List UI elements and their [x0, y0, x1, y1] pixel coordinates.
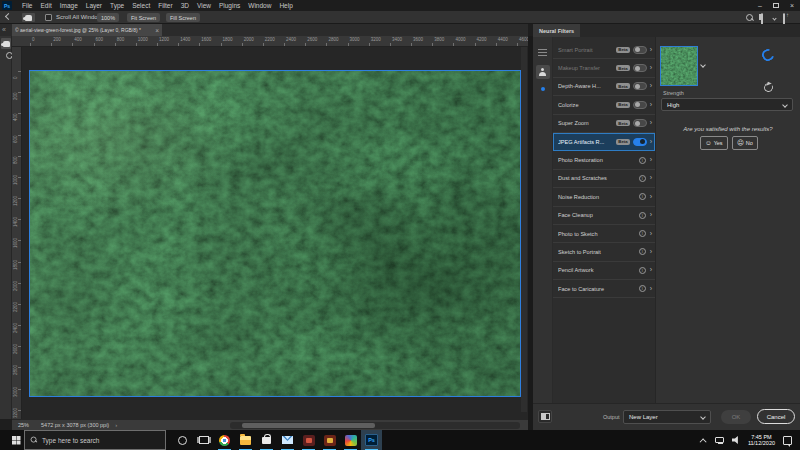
thumbnail-chevron-icon[interactable]: [700, 62, 706, 68]
horizontal-scrollbar-thumb[interactable]: [242, 423, 375, 428]
filter-row-depth-aware-h[interactable]: Depth-Aware H...Beta›: [553, 78, 655, 96]
action-center-icon[interactable]: [783, 436, 792, 445]
search-placeholder: Type here to search: [42, 437, 99, 444]
taskbar-chrome-icon[interactable]: [214, 430, 235, 450]
restore-button[interactable]: [768, 0, 784, 11]
beta-badge: Beta: [616, 102, 629, 108]
chrome-glyph: [219, 435, 230, 446]
taskbar-app-red-2-icon[interactable]: [319, 430, 340, 450]
filter-label: Photo Restoration: [558, 157, 639, 163]
minimize-button[interactable]: –: [752, 0, 768, 11]
filter-row-face-to-caricature[interactable]: Face to Caricature›: [553, 280, 655, 298]
menu-3d[interactable]: 3D: [177, 0, 193, 11]
hand-tool-button[interactable]: [1, 38, 11, 49]
filter-row-face-cleanup[interactable]: Face Cleanup›: [553, 207, 655, 225]
strength-label: Strength: [663, 90, 684, 96]
info-icon[interactable]: [639, 267, 646, 274]
menu-layer[interactable]: Layer: [82, 0, 106, 11]
filter-row-super-zoom[interactable]: Super ZoomBeta›: [553, 115, 655, 133]
menu-image[interactable]: Image: [56, 0, 82, 11]
reset-preview-icon[interactable]: [763, 82, 775, 94]
info-icon[interactable]: [639, 230, 646, 237]
collapse-tools-icon[interactable]: «: [2, 26, 6, 34]
menu-type[interactable]: Type: [106, 0, 128, 11]
clock[interactable]: 7:45 PM 11/12/2020: [748, 434, 775, 447]
menu-help[interactable]: Help: [275, 0, 296, 11]
taskbar-task-view-icon[interactable]: [193, 430, 214, 450]
taskbar-app-red-1-icon[interactable]: [298, 430, 319, 450]
close-button[interactable]: ×: [784, 0, 800, 11]
menu-edit[interactable]: Edit: [36, 0, 55, 11]
filter-row-sketch-to-portrait[interactable]: Sketch to Portrait›: [553, 243, 655, 261]
menu-file[interactable]: File: [18, 0, 36, 11]
sad-face-icon: ☹: [737, 140, 744, 146]
menu-select[interactable]: Select: [128, 0, 154, 11]
network-icon[interactable]: [715, 437, 724, 443]
filter-row-dust-and-scratches[interactable]: Dust and Scratches›: [553, 170, 655, 188]
vertical-scrollbar[interactable]: [521, 47, 527, 412]
taskbar-store-icon[interactable]: [256, 430, 277, 450]
cancel-button[interactable]: Cancel: [757, 409, 795, 424]
ok-button[interactable]: OK: [721, 410, 751, 424]
photoshop-glyph: Ps: [365, 434, 378, 446]
document-tab[interactable]: © aerial-view-green-forest.jpg @ 25% (La…: [12, 24, 162, 36]
menu-window[interactable]: Window: [244, 0, 275, 11]
zoom-100-button[interactable]: 100%: [97, 13, 119, 22]
app-red-2-glyph: [324, 435, 336, 446]
filter-row-colorize[interactable]: ColorizeBeta›: [553, 96, 655, 114]
panel-title-tab[interactable]: Neural Filters: [533, 24, 580, 37]
info-icon[interactable]: [639, 248, 646, 255]
filter-row-photo-to-sketch[interactable]: Photo to Sketch›: [553, 225, 655, 243]
menu-plugins[interactable]: Plugins: [215, 0, 244, 11]
strength-dropdown[interactable]: High: [661, 98, 793, 111]
fill-screen-button[interactable]: Fill Screen: [166, 13, 200, 22]
filter-row-pencil-artwork[interactable]: Pencil Artwork›: [553, 262, 655, 280]
volume-icon[interactable]: [732, 436, 740, 444]
start-button[interactable]: [0, 430, 24, 450]
taskbar-file-explorer-icon[interactable]: [235, 430, 256, 450]
fit-screen-button[interactable]: Fit Screen: [127, 13, 160, 22]
info-icon[interactable]: [639, 157, 646, 164]
filter-row-smart-portrait[interactable]: Smart PortraitBeta›: [553, 41, 655, 59]
chevron-right-icon: ›: [650, 83, 652, 89]
hand-tool-preset[interactable]: [22, 13, 35, 22]
taskbar-photos-icon[interactable]: [340, 430, 361, 450]
menu-view[interactable]: View: [193, 0, 215, 11]
tray-time: 7:45 PM: [751, 434, 771, 440]
filter-row-makeup-transfer[interactable]: Makeup TransferBeta›: [553, 59, 655, 77]
menu-filter[interactable]: Filter: [154, 0, 176, 11]
tab-close-icon[interactable]: ×: [155, 27, 159, 34]
tray-chevron-up-icon[interactable]: [699, 438, 706, 445]
taskbar-photoshop-icon[interactable]: Ps: [361, 430, 382, 450]
status-zoom-level[interactable]: 25%: [18, 422, 29, 428]
filter-toggle[interactable]: [633, 82, 647, 90]
info-icon[interactable]: [639, 175, 646, 182]
info-icon[interactable]: [639, 193, 646, 200]
filter-toggle[interactable]: [633, 101, 647, 109]
system-tray: 7:45 PM 11/12/2020: [702, 430, 800, 450]
horizontal-scrollbar[interactable]: [230, 422, 520, 429]
output-dropdown[interactable]: New Layer: [623, 410, 711, 424]
info-icon[interactable]: [639, 212, 646, 219]
filter-row-jpeg-artifacts-r[interactable]: JPEG Artifacts R...Beta›: [553, 133, 655, 151]
filter-toggle[interactable]: [633, 119, 647, 127]
portrait-filters-icon[interactable]: [536, 65, 550, 79]
preview-thumbnail[interactable]: [661, 47, 697, 85]
portrait-bust-icon: [540, 68, 545, 72]
feedback-yes-button[interactable]: ☺ Yes: [700, 136, 728, 150]
filter-row-noise-reduction[interactable]: Noise Reduction›: [553, 188, 655, 206]
filter-toggle[interactable]: [633, 138, 647, 146]
all-filters-icon[interactable]: [538, 49, 547, 56]
filter-toggle[interactable]: [633, 46, 647, 54]
taskbar-search-input[interactable]: Type here to search: [24, 430, 166, 450]
document-image[interactable]: [30, 71, 520, 396]
filter-toggle[interactable]: [633, 64, 647, 72]
taskbar-cortana-icon[interactable]: [172, 430, 193, 450]
scroll-all-windows-checkbox[interactable]: [45, 14, 52, 21]
taskbar-mail-icon[interactable]: [277, 430, 298, 450]
status-menu-chevron-icon[interactable]: ›: [115, 422, 117, 428]
preview-toggle-button[interactable]: [538, 410, 552, 423]
info-icon[interactable]: [639, 285, 646, 292]
filter-row-photo-restoration[interactable]: Photo Restoration›: [553, 151, 655, 169]
feedback-no-button[interactable]: ☹ No: [732, 136, 758, 150]
